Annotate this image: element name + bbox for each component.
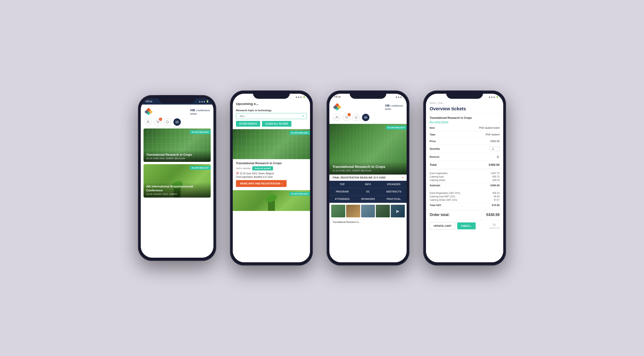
vat-drinks-value: €7.67	[494, 199, 500, 201]
thumb-3[interactable]	[361, 205, 375, 217]
thumb-4[interactable]	[376, 205, 390, 217]
phone3-bottom-text: Translational Research in...	[329, 219, 407, 225]
more-info-button[interactable]: MORE INFO AND REGISTRATION ›	[236, 180, 286, 187]
nav-sponsors[interactable]: SPONSORS	[355, 196, 381, 203]
cart-icon[interactable]: 2	[154, 118, 162, 126]
catering-food-row: Catering food: €55.75	[430, 175, 500, 179]
nav-speakers[interactable]: SPEAKERS	[381, 181, 407, 188]
phone3-hero-title: Translational Research in Crops	[332, 164, 404, 169]
scene: VIB.be ▲▲▲ 🔋 VIB | conferenc	[0, 90, 644, 266]
svg-point-14	[347, 118, 347, 119]
buy-more-tickets-link[interactable]: Buy more tickets	[430, 120, 448, 123]
nav-top[interactable]: TOP	[329, 181, 355, 188]
item-value: PhD student ticket	[479, 126, 500, 129]
trash-icon[interactable]: 🗑	[496, 155, 500, 159]
vat-food-label: Catering food (VAT 12%):	[430, 195, 456, 198]
thumb-2[interactable]	[346, 205, 360, 217]
vib-logo-text: VIB | conferenceseries	[190, 108, 210, 115]
nav-practical[interactable]: PRACTICAL	[381, 196, 407, 203]
nav-abstracts[interactable]: ABSTRACTS	[381, 188, 407, 195]
event-reg-label: Event registration:	[430, 172, 448, 174]
event-card-2[interactable]: PLANT BIOLOGY 4th International Brassino…	[144, 164, 211, 198]
vat-event-reg-value: €56.23	[492, 192, 500, 194]
subtotal-value: €360.00	[490, 184, 500, 187]
event2-image-wrapper: PLANT BIOLOGY	[233, 129, 310, 159]
keep-posted-button[interactable]: Keep me posted	[252, 166, 273, 170]
nav-program[interactable]: PROGRAM	[329, 188, 355, 195]
event-name: Translational Research in Crops	[430, 116, 500, 119]
filter-section: Research topic or technology - Any - ▼ F…	[233, 107, 310, 129]
deadline-banner: FINAL REGISTRATION DEADLINE IS 8 JUNE! ▾	[329, 174, 407, 181]
event-reg-value: €267.75	[491, 172, 500, 174]
breakdown-section: Event registration: €267.75 Catering foo…	[426, 169, 503, 190]
vat-food-row: Catering food (VAT 12%): €6.69	[430, 195, 500, 198]
phone2-event-title: Translational Research in Crops	[236, 161, 307, 165]
vat-event-reg-label: Event Registration (VAT 21%):	[430, 192, 461, 194]
phone2-event-deadline: Final registration deadline is 8 June!	[236, 176, 307, 178]
item-label: Item	[430, 126, 435, 129]
phone3-nav: 1	[329, 114, 407, 124]
vat-drinks-row: Catering Drinks (VAT 21%): €7.67	[430, 198, 500, 202]
phone-2: ▲▲▲ 🔋 Upcoming e... Research topic or te…	[230, 90, 313, 266]
order-total: Order total: €430.59	[426, 210, 503, 220]
vat-section: Event Registration (VAT 21%): €56.23 Cat…	[426, 190, 503, 210]
nav-attendees[interactable]: ATTENDEES	[329, 196, 355, 203]
filter-select[interactable]: - Any - ▼	[236, 113, 307, 119]
upcoming-tab[interactable]: Upcoming e...	[233, 100, 310, 107]
phone3-status: VIB.be ▲▲▲	[329, 94, 407, 100]
nav-oc[interactable]: OC	[355, 188, 381, 195]
catering-food-label: Catering food:	[430, 175, 444, 178]
add-calendar-button[interactable]: Add to calendar	[236, 167, 250, 169]
remove-row: Remove 🗑	[430, 153, 500, 161]
clear-filters-button[interactable]: CLEAR ALL FILTERS	[262, 121, 292, 127]
update-cart-button[interactable]: UPDATE CART	[430, 222, 456, 230]
phone4-content: ▲▲▲ 🔋 Home > Ove... Overview tickets Tra…	[426, 94, 503, 262]
svg-point-4	[148, 121, 149, 122]
phone1-status-left: VIB.be	[145, 100, 152, 103]
catering-drinks-label: Catering drinks:	[430, 179, 446, 182]
diamond-icon[interactable]	[164, 118, 171, 126]
thumb-1[interactable]	[331, 205, 345, 217]
phone2-second-badge: PLANT BIOLOGY	[289, 192, 310, 196]
phone1-status-right: ▲▲▲ 🔋	[199, 100, 209, 103]
phone2-seedling-image: PLANT BIOLOGY	[233, 190, 310, 211]
phone-1-screen: VIB.be ▲▲▲ 🔋 VIB | conferenc	[141, 98, 214, 258]
phone3-diamond-icon[interactable]	[352, 114, 360, 121]
phone-1: VIB.be ▲▲▲ 🔋 VIB | conferenc	[138, 95, 216, 261]
type-label: Type	[430, 133, 436, 136]
phone3-vib-text: VIB | conferenceseries	[385, 104, 403, 111]
phone3-hero-date: 22-23 JUNE 2025, GHENT, BELGIUM	[332, 169, 404, 172]
quantity-row: Quantity	[430, 145, 500, 153]
total-vat-label: Total VAT:	[430, 204, 441, 207]
phone4-status: ▲▲▲ 🔋	[426, 94, 503, 100]
cart-badge: 2	[159, 118, 162, 121]
remove-label: Remove	[430, 155, 440, 158]
phone3-cart-icon[interactable]: 1	[343, 114, 350, 121]
event-card-1[interactable]: PLANT BIOLOGY Translational Research in …	[144, 128, 211, 162]
select-arrow-icon: ▼	[302, 115, 304, 117]
total-vat-value: €70.59	[492, 204, 500, 207]
phone2-event-detail: Translational Research in Crops Add to c…	[233, 159, 310, 189]
nav-row-2: PROGRAM OC ABSTRACTS	[329, 188, 407, 196]
phone3-person-icon[interactable]	[333, 114, 340, 121]
phone3-menu-icon[interactable]	[362, 114, 370, 121]
quantity-input[interactable]	[490, 146, 500, 151]
price-row: Price €360.00	[430, 138, 500, 145]
order-total-value: €430.59	[486, 213, 500, 217]
svg-point-12	[336, 116, 338, 117]
phone3-thumbnails: ▶	[329, 203, 407, 219]
phone2-event-actions: Add to calendar Keep me posted	[236, 166, 307, 170]
checkout-button[interactable]: CHECK...	[457, 223, 476, 229]
svg-marker-15	[355, 116, 357, 119]
nav-info[interactable]: INFO	[355, 181, 381, 188]
total-value: €360.00	[489, 163, 500, 166]
filter-events-button[interactable]: FILTER EVENTS	[236, 121, 260, 127]
thumb-play[interactable]: ▶	[391, 205, 405, 217]
vat-food-value: €6.69	[494, 195, 500, 198]
menu-icon[interactable]	[174, 118, 181, 126]
nav-row-1: TOP INFO SPEAKERS	[329, 181, 407, 188]
person-icon[interactable]	[144, 118, 152, 126]
phone3-hero: PLANT BIOLOGY Translational Research in …	[329, 124, 407, 174]
phone2-content: ▲▲▲ 🔋 Upcoming e... Research topic or te…	[233, 94, 310, 262]
filter-placeholder: - Any -	[238, 115, 246, 117]
